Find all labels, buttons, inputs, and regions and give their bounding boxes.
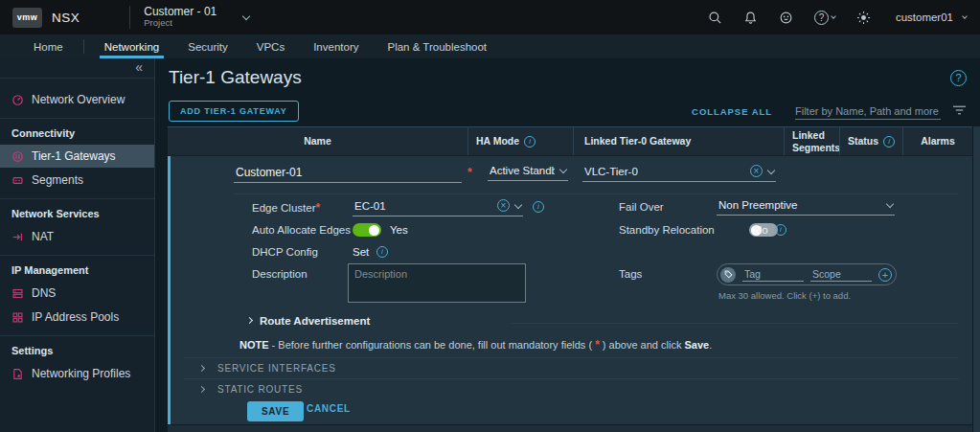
tier1-gateway-edit-form: * Active Standby VLC-Tier-0 Edge Cluster… <box>168 156 972 424</box>
edge-cluster-required-marker: * <box>315 201 320 215</box>
service-interfaces-section[interactable]: SERVICE INTERFACES <box>199 363 336 374</box>
tab-security[interactable]: Security <box>173 34 242 58</box>
fail-over-chevron-down-icon <box>886 200 894 208</box>
form-divider <box>234 193 959 194</box>
tag-icon <box>720 267 736 283</box>
page-help-icon[interactable] <box>950 68 967 86</box>
user-chevron-down-icon <box>962 13 968 19</box>
sidebar-item-segments[interactable]: Segments <box>0 169 154 192</box>
user-menu[interactable]: customer01 <box>896 11 967 23</box>
filter-input[interactable] <box>795 103 941 120</box>
tags-editor <box>717 263 897 285</box>
add-tag-plus-icon[interactable] <box>878 268 892 282</box>
sidebar-item-label: Networking Profiles <box>32 367 130 380</box>
sidebar-item-dns[interactable]: DNS <box>0 282 154 305</box>
route-advertisement-chevron-icon <box>246 317 253 324</box>
clear-tier0-icon[interactable] <box>750 165 763 177</box>
sidebar-item-networking-profiles[interactable]: Networking Profiles <box>0 362 154 385</box>
sidebar-header-network-services: Network Services <box>0 199 154 224</box>
auto-allocate-value: Yes <box>390 224 408 236</box>
column-header-alarms[interactable]: Alarms <box>902 127 972 155</box>
sidebar-collapse-row <box>0 58 154 79</box>
form-divider <box>184 357 959 358</box>
sidebar-item-label: DNS <box>32 286 56 300</box>
notifications-bell-icon[interactable] <box>743 11 758 25</box>
project-type-label: Project <box>144 18 217 29</box>
auto-allocate-edges-label: Auto Allocate Edges <box>252 224 351 236</box>
theme-sun-icon[interactable] <box>856 11 871 25</box>
table-header-row: Name HA Mode Linked Tier-0 Gateway Linke… <box>168 126 972 156</box>
tab-inventory[interactable]: Inventory <box>299 34 373 58</box>
next-table-row-strip <box>168 425 972 432</box>
ha-mode-chevron-down-icon <box>559 166 567 173</box>
form-divider <box>184 378 959 379</box>
column-header-linked-segments[interactable]: Linked Segments <box>784 127 839 155</box>
status-info-icon[interactable] <box>883 136 895 148</box>
tags-help-text: Max 30 allowed. Click (+) to add. <box>718 290 851 301</box>
feedback-smiley-icon[interactable] <box>779 11 793 25</box>
tags-label: Tags <box>619 268 642 280</box>
segments-icon <box>11 174 24 187</box>
static-routes-chevron-icon <box>198 385 205 392</box>
username: customer01 <box>896 11 953 23</box>
search-icon[interactable] <box>708 11 722 25</box>
column-header-status[interactable]: Status <box>839 127 902 155</box>
description-textarea[interactable] <box>348 263 526 303</box>
standby-relocation-info-icon[interactable] <box>775 224 786 236</box>
scrollbar-track[interactable] <box>973 126 980 432</box>
column-header-linked-tier0[interactable]: Linked Tier-0 Gateway <box>573 127 784 155</box>
sidebar-item-network-overview[interactable]: Network Overview <box>0 88 154 111</box>
sidebar-item-tier1-gateways[interactable]: Tier-1 Gateways <box>0 145 154 168</box>
scope-input[interactable] <box>810 267 872 282</box>
primary-nav: Home Networking Security VPCs Inventory … <box>0 34 980 58</box>
tag-input[interactable] <box>742 267 804 282</box>
edge-cluster-chevron-down-icon <box>514 200 522 208</box>
dhcp-config-info-icon[interactable] <box>376 246 388 258</box>
collapse-sidebar-icon[interactable] <box>135 59 143 75</box>
top-bar: vmw NSX Customer - 01 Project customer01 <box>0 0 980 34</box>
clear-edge-cluster-icon[interactable] <box>497 199 510 212</box>
filter-funnel-icon[interactable] <box>952 102 967 120</box>
add-tier1-gateway-button[interactable]: ADD TIER-1 GATEWAY <box>169 101 299 122</box>
tier1-gateway-icon <box>11 150 24 163</box>
sidebar-item-nat[interactable]: NAT <box>0 225 154 248</box>
tab-vpcs[interactable]: VPCs <box>242 34 299 58</box>
ip-address-pools-icon <box>11 311 24 324</box>
column-header-ha-mode[interactable]: HA Mode <box>467 127 573 155</box>
sidebar-item-ip-address-pools[interactable]: IP Address Pools <box>0 306 154 329</box>
linked-tier0-select[interactable]: VLC-Tier-0 <box>582 163 776 182</box>
auto-allocate-toggle[interactable] <box>353 223 381 237</box>
route-advertisement-section[interactable]: Route Advertisement <box>247 315 370 327</box>
project-selector[interactable]: Customer - 01 Project <box>144 6 217 30</box>
gateway-name-input[interactable] <box>234 164 462 183</box>
network-overview-gauge-icon <box>11 94 24 106</box>
fail-over-select[interactable]: Non Preemptive <box>717 197 895 216</box>
ha-mode-select[interactable]: Active Standby <box>488 163 568 181</box>
service-interfaces-chevron-icon <box>198 364 205 371</box>
fail-over-label: Fail Over <box>619 201 664 213</box>
sidebar-item-label: Network Overview <box>32 93 125 106</box>
tab-home[interactable]: Home <box>19 34 78 58</box>
help-menu[interactable] <box>814 11 835 25</box>
save-button[interactable]: SAVE <box>247 401 304 421</box>
ha-mode-info-icon[interactable] <box>524 136 536 148</box>
networking-profiles-document-icon <box>11 368 24 380</box>
static-routes-section[interactable]: STATIC ROUTES <box>199 384 303 395</box>
dns-server-icon <box>11 287 24 300</box>
tab-networking[interactable]: Networking <box>90 34 174 58</box>
cancel-button[interactable]: CANCEL <box>307 403 351 414</box>
toolbar: ADD TIER-1 GATEWAY COLLAPSE ALL <box>169 101 967 122</box>
edge-cluster-info-icon[interactable] <box>533 201 544 213</box>
sidebar-item-label: NAT <box>32 230 54 243</box>
sidebar-item-label: Tier-1 Gateways <box>32 149 116 163</box>
dhcp-config-value[interactable]: Set <box>353 246 369 258</box>
project-chevron-down-icon[interactable] <box>242 11 250 19</box>
tab-plan-troubleshoot[interactable]: Plan & Troubleshoot <box>373 34 501 58</box>
standby-relocation-value: No <box>754 224 768 236</box>
edge-cluster-select[interactable]: EC-01 <box>353 197 523 216</box>
collapse-all-link[interactable]: COLLAPSE ALL <box>692 106 772 117</box>
column-header-name[interactable]: Name <box>168 127 467 155</box>
nat-arrow-icon <box>11 231 24 243</box>
standby-relocation-label: Standby Relocation <box>619 224 715 236</box>
project-name: Customer - 01 <box>144 6 217 19</box>
